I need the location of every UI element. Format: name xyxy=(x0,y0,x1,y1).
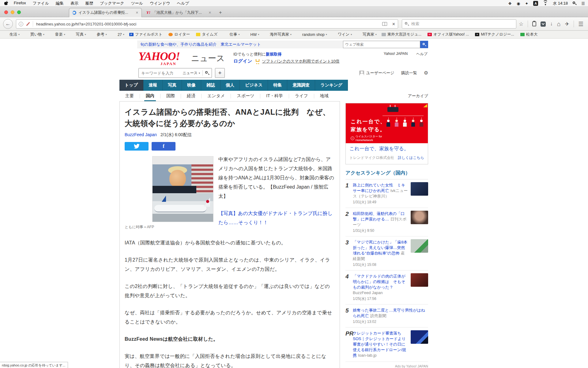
back-button[interactable]: ← xyxy=(3,19,13,29)
tab-close-icon[interactable]: ✕ xyxy=(209,11,211,15)
nav-tab[interactable]: 速報 xyxy=(143,80,163,91)
menu-item[interactable]: ツール xyxy=(131,1,143,6)
ranking-title-link[interactable]: 「マジで死にかけた」「歯8本折った」見えない爆弾…突然壊れる“自爆自転車”の恐怖 xyxy=(353,240,407,255)
subnav-item[interactable]: IT・科学 xyxy=(260,94,289,98)
menu-item[interactable]: ヘルプ xyxy=(177,1,189,6)
input-source-icon[interactable]: A xyxy=(533,1,538,6)
ranking-thumbnail[interactable] xyxy=(411,182,428,196)
bookmark-item[interactable]: 音楽 ▾ xyxy=(49,32,65,37)
url-bar[interactable]: i headlines.yahoo.co.jp/hl?a=20170201-00… xyxy=(16,19,398,29)
ad-headline-link[interactable]: これ一台で、家族を守る。 xyxy=(349,146,424,152)
subnav-item[interactable]: ライフ xyxy=(289,94,314,98)
nav-tab[interactable]: ビジネス xyxy=(240,80,268,91)
bookmark-item[interactable]: 27 ▾ xyxy=(112,33,124,37)
ranking-thumbnail[interactable] xyxy=(411,211,428,224)
dropbox-icon[interactable]: ❖ xyxy=(508,1,512,6)
search-submit-icon[interactable] xyxy=(205,71,209,75)
subnav-item[interactable]: 地域 xyxy=(314,94,334,98)
reader-mode-icon[interactable] xyxy=(382,22,387,26)
softbank-promo-link[interactable]: ソフトバンクのスマホ利用でポイント10倍 xyxy=(262,59,339,64)
hotspot-icon[interactable]: ✦ xyxy=(525,1,528,6)
facebook-share-button[interactable]: f xyxy=(152,142,175,151)
ads-by-label[interactable]: Ads by Yahoo! JAPAN xyxy=(345,364,428,368)
menu-item[interactable]: 履歴 xyxy=(85,1,93,6)
yahoo-news-logo[interactable]: YAHOO! JAPAN ニュース xyxy=(138,51,180,62)
bookmark-item[interactable]: Y! オフィス版Yahoo! ... xyxy=(428,32,470,37)
nav-tab[interactable]: 個人 xyxy=(221,80,240,91)
news-search-field[interactable]: ニュース ▾ xyxy=(138,68,212,78)
web-search[interactable] xyxy=(343,41,428,48)
wifi-icon[interactable] xyxy=(543,2,548,5)
promo-link[interactable]: 旬の新鮮な食べ物や、手作りの逸品を紹介 東北エールマーケット xyxy=(137,42,261,47)
subnav-item[interactable]: 経済 xyxy=(181,94,202,98)
gear-icon[interactable]: ⚙ xyxy=(424,70,428,76)
tab-active[interactable]: イスラム諸国からの搭乗拒... ✕ xyxy=(69,8,142,17)
bookmark-item[interactable]: F ファイルポスト xyxy=(129,32,164,37)
subnav-item[interactable]: スポーツ xyxy=(231,94,260,98)
browser-search-field[interactable]: 検索 xyxy=(402,19,516,29)
bookmark-item[interactable]: タイムズ xyxy=(196,32,219,37)
login-link[interactable]: ログイン xyxy=(233,58,252,64)
menu-item[interactable]: ファイル xyxy=(33,1,49,6)
bookmark-item[interactable]: 生活 ▾ xyxy=(4,32,20,37)
menu-item[interactable]: 編集 xyxy=(56,1,64,6)
add-keyword-button[interactable]: + xyxy=(215,68,225,78)
nav-tab[interactable]: トップ xyxy=(119,80,143,91)
bookmark-item[interactable]: 写真 ▾ xyxy=(70,32,86,37)
ranking-title-link[interactable]: 「マクドナルドの肉の正体が明らかに」の根拠は そもそもの裁判がなかった？ xyxy=(353,274,405,289)
ranking-thumbnail[interactable] xyxy=(411,330,428,344)
url-text[interactable]: headlines.yahoo.co.jp/hl?a=20170201-0001… xyxy=(36,22,382,26)
nav-tab[interactable]: ランキング xyxy=(315,80,348,91)
bookmark-item[interactable]: 参考 ▾ xyxy=(91,32,107,37)
spotlight-icon[interactable] xyxy=(573,2,576,5)
twitter-share-button[interactable] xyxy=(125,142,149,151)
article-photo[interactable] xyxy=(152,156,213,222)
register-link[interactable]: 新規取得 xyxy=(266,52,282,56)
bookmark-item[interactable]: 東外大言語モジュ... xyxy=(382,32,423,37)
site-info-icon[interactable]: i xyxy=(19,22,23,26)
ranking-item[interactable]: 4 「マクドナルドの肉の正体が明らかに」の根拠は そもそもの裁判がなかった？ B… xyxy=(345,270,428,305)
ranking-item[interactable]: 2 稲田防衛相、蓮舫代表の「口撃」に声震わせる… 日刊スポーツ 1/31(火) … xyxy=(345,208,428,236)
help-link[interactable]: ヘルプ xyxy=(416,52,428,57)
tab-inactive[interactable]: Y! 「池尻大橋」から「九段下... ✕ xyxy=(143,8,214,17)
clipboard-icon[interactable] xyxy=(532,21,536,26)
bookmark-item[interactable]: 買い物 ▾ xyxy=(24,32,44,37)
share-icon[interactable]: ✈ xyxy=(565,21,569,27)
stop-icon[interactable]: ✕ xyxy=(392,22,395,26)
no-edit-icon[interactable] xyxy=(26,22,30,26)
ranking-title-link[interactable]: 娘奪った事故二度と…見守り男性がはねられ死亡 xyxy=(353,308,425,318)
bookmark-item[interactable]: 仕事 ▾ xyxy=(224,32,239,37)
ranking-thumbnail[interactable] xyxy=(411,273,428,287)
ad-more-link[interactable]: 詳しくはこちら xyxy=(398,155,424,160)
user-page-link[interactable]: ユーザーページ xyxy=(359,70,394,76)
zoom-window-button[interactable] xyxy=(17,10,21,14)
home-icon[interactable]: ⌂ xyxy=(557,21,561,28)
ranking-item[interactable]: 1 路上に倒れていた女性 ミキサー車にひかれ死亡 tvkニュース（テレビ神奈川）… xyxy=(345,179,428,208)
article-source-link[interactable]: BuzzFeed Japan xyxy=(125,132,157,137)
yahoo-japan-link[interactable]: Yahoo! JAPAN xyxy=(384,52,408,57)
ad-banner[interactable]: これ一台で、 家族を守る。 ⌂ ウイルスバスター for HomeNetwork… xyxy=(345,103,428,164)
bookmark-item[interactable]: ロイター xyxy=(168,32,191,37)
minimize-window-button[interactable] xyxy=(11,10,14,14)
close-window-button[interactable] xyxy=(4,10,8,14)
new-tab-button[interactable]: + xyxy=(219,10,222,15)
notification-center-icon[interactable]: ☰ xyxy=(581,1,585,6)
subnav-item[interactable]: 主要 xyxy=(119,94,140,98)
ad-creative[interactable]: これ一台で、 家族を守る。 ⌂ ウイルスバスター for HomeNetwork xyxy=(346,103,428,143)
menubar-clock[interactable]: 水 14:18 xyxy=(553,1,568,6)
hamburger-menu-icon[interactable]: ☰ xyxy=(578,21,583,28)
bookmark-item[interactable]: 松本大 xyxy=(520,32,539,37)
ad-info-icon[interactable] xyxy=(423,104,427,107)
tab-close-icon[interactable]: ✕ xyxy=(136,11,138,15)
subscriptions-link[interactable]: 購読一覧 xyxy=(401,70,417,76)
pocket-icon[interactable] xyxy=(541,21,546,27)
downloads-icon[interactable]: ↓ xyxy=(550,21,553,27)
bookmark-item[interactable]: random shop ▾ xyxy=(296,33,327,37)
ranking-item[interactable]: PR クレジットカード審査落ちSOS｜クレジットカードより審査が通りやすい！その… xyxy=(345,328,428,362)
nav-tab[interactable]: 雑誌 xyxy=(201,80,221,91)
bookmark-item[interactable]: 海外写真家 ▾ xyxy=(264,32,292,37)
apple-menu-icon[interactable] xyxy=(4,1,8,6)
menu-item[interactable]: ウインドウ xyxy=(150,1,170,6)
news-search-input[interactable] xyxy=(141,71,183,75)
web-search-button[interactable] xyxy=(420,41,428,48)
